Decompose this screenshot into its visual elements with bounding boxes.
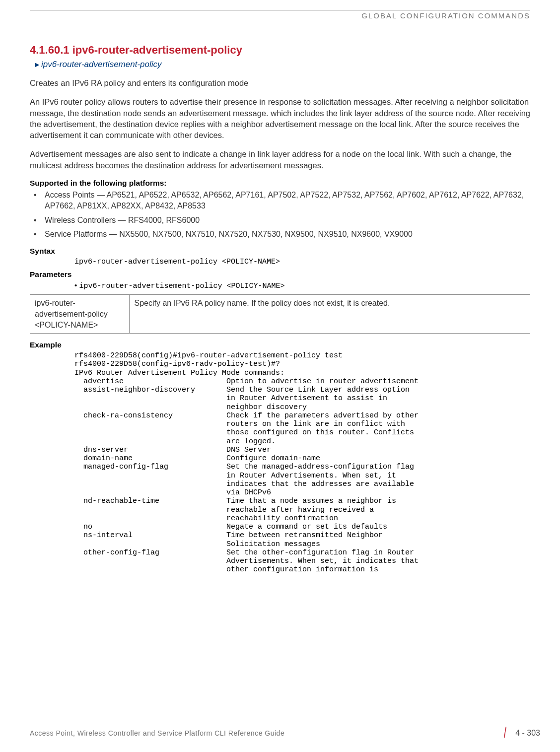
footer: Access Point, Wireless Controller and Se… [0, 724, 560, 742]
platform-list: Access Points — AP6521, AP6522, AP6532, … [30, 190, 530, 240]
intro-paragraph: Creates an IPv6 RA policy and enters its… [30, 77, 530, 88]
header-label: GLOBAL CONFIGURATION COMMANDS [30, 11, 530, 20]
param-name-cell: ipv6-router-advertisement-policy <POLICY… [30, 295, 129, 334]
parameters-code-text: ipv6-router-advertisement-policy <POLICY… [79, 282, 284, 290]
footer-guide-title: Access Point, Wireless Controller and Se… [30, 729, 284, 737]
body-paragraph-1: An IPv6 router policy allows routers to … [30, 96, 530, 140]
list-item: Wireless Controllers — RFS4000, RFS6000 [45, 215, 530, 226]
page-container: GLOBAL CONFIGURATION COMMANDS 4.1.60.1 i… [0, 0, 560, 752]
table-row: ipv6-router-advertisement-policy <POLICY… [30, 295, 530, 334]
parameters-heading: Parameters [30, 270, 530, 279]
slash-icon: / [504, 724, 506, 742]
list-item: Service Platforms — NX5500, NX7500, NX75… [45, 229, 530, 240]
breadcrumb-text: ipv6-router-advertisement-policy [41, 60, 162, 69]
top-rule [30, 10, 530, 10]
param-desc-cell: Specify an IPv6 RA policy name. If the p… [129, 295, 530, 334]
list-item: Access Points — AP6521, AP6522, AP6532, … [45, 190, 530, 212]
section-title: 4.1.60.1 ipv6-router-advertisement-polic… [30, 44, 530, 57]
page-number: 4 - 303 [515, 729, 540, 738]
example-heading: Example [30, 341, 530, 349]
breadcrumb: ▶ ipv6-router-advertisement-policy [30, 60, 530, 69]
body-paragraph-2: Advertisement messages are also sent to … [30, 148, 530, 171]
parameters-code: ipv6-router-advertisement-policy <POLICY… [30, 281, 530, 290]
footer-right: / 4 - 303 [503, 724, 540, 742]
parameter-table: ipv6-router-advertisement-policy <POLICY… [30, 294, 530, 334]
arrow-right-icon: ▶ [35, 61, 39, 68]
syntax-code: ipv6-router-advertisement-policy <POLICY… [30, 258, 530, 266]
supported-heading: Supported in the following platforms: [30, 179, 530, 188]
example-code: rfs4000-229D58(config)#ipv6-router-adver… [30, 351, 530, 574]
syntax-heading: Syntax [30, 247, 530, 256]
